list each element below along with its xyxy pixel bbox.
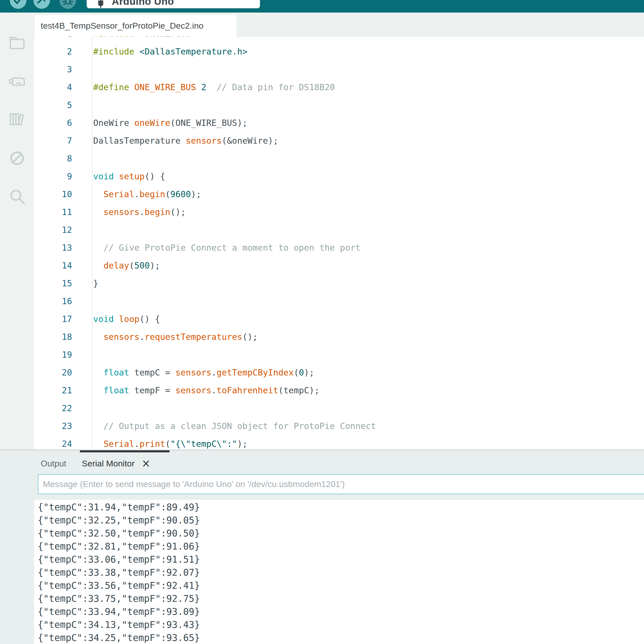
token-fn: sensors xyxy=(103,207,139,217)
serial-line: {"tempC":33.75,"tempF":92.75} xyxy=(34,592,644,605)
plug-icon xyxy=(96,0,105,8)
token-pln: ); xyxy=(150,260,160,271)
code-text xyxy=(72,346,93,364)
token-pre: #include xyxy=(93,46,134,57)
serial-line: {"tempC":33.56,"tempF":92.41} xyxy=(34,579,644,592)
toolbar: Arduino Uno xyxy=(0,0,644,13)
code-text: void loop() { xyxy=(72,310,160,328)
code-text: #define ONE_WIRE_BUS 2 // Data pin for D… xyxy=(72,78,335,96)
sidebar-item-debug[interactable] xyxy=(7,148,27,168)
token-pln: (); xyxy=(170,207,186,217)
code-line: 17void loop() { xyxy=(34,310,644,328)
serial-line: {"tempC":34.13,"tempF":93.43} xyxy=(34,618,644,631)
code-text: // Give ProtoPie Connect a moment to ope… xyxy=(72,239,360,257)
code-text: float tempF = sensors.toFahrenheit(tempC… xyxy=(72,382,319,399)
code-line: 10 Serial.begin(9600); xyxy=(34,185,644,203)
token-lit: "{\"tempC\":" xyxy=(170,439,237,449)
upload-button[interactable] xyxy=(33,0,50,9)
line-number: 10 xyxy=(34,185,72,203)
token-pln xyxy=(93,260,103,271)
tab-sketch-file[interactable]: test4B_TempSensor_forProtoPie_Dec2.ino xyxy=(35,15,236,36)
token-kw: float xyxy=(103,367,129,378)
token-pln: ( xyxy=(129,260,134,271)
code-text xyxy=(72,292,93,310)
line-number: 9 xyxy=(34,168,72,185)
board-selector-dropdown[interactable]: Arduino Uno xyxy=(87,0,260,8)
sidebar-item-sketchbook[interactable] xyxy=(7,32,27,52)
serial-line: {"tempC":32.81,"tempF":91.06} xyxy=(34,540,644,553)
line-number: 20 xyxy=(34,364,72,382)
code-text: #include <DallasTemperature.h> xyxy=(72,43,247,61)
arrow-right-icon xyxy=(36,0,47,6)
token-pln: . xyxy=(211,385,217,395)
token-pln: . xyxy=(211,367,217,378)
bug-icon xyxy=(62,0,74,6)
token-com: // Give ProtoPie Connect a moment to ope… xyxy=(103,243,361,253)
token-fn: requestTemperatures xyxy=(145,332,242,342)
code-text: } xyxy=(72,275,98,292)
token-pln: . xyxy=(134,189,139,199)
token-fn: toFahrenheit xyxy=(217,385,278,395)
serial-line: {"tempC":32.25,"tempF":90.05} xyxy=(34,514,644,527)
token-pln: () { xyxy=(139,314,160,324)
token-pln: (); xyxy=(242,332,258,342)
token-pln: ); xyxy=(237,439,247,449)
token-fn: begin xyxy=(145,207,170,217)
code-text: #include <OneWire.h> xyxy=(72,36,196,43)
sidebar-item-library-manager[interactable] xyxy=(7,109,27,129)
token-pln: DallasTemperature xyxy=(93,136,186,146)
line-number: 17 xyxy=(34,310,72,328)
token-pln: OneWire xyxy=(93,118,134,128)
token-pln: (ONE_WIRE_BUS); xyxy=(170,118,247,128)
token-fn: sensors xyxy=(103,332,139,342)
token-fn: getTempCByIndex xyxy=(217,367,294,378)
code-line: 16 xyxy=(34,292,644,310)
token-pln xyxy=(93,243,103,253)
line-number: 24 xyxy=(34,435,72,450)
code-line: 9void setup() { xyxy=(34,168,644,185)
verify-button[interactable] xyxy=(10,0,26,9)
sidebar-item-boards-manager[interactable] xyxy=(7,72,27,91)
close-icon[interactable]: × xyxy=(142,458,150,469)
token-kw: float xyxy=(103,385,129,395)
line-number: 5 xyxy=(34,96,72,114)
token-pln: ( xyxy=(294,367,299,378)
tab-output[interactable]: Output xyxy=(41,459,66,468)
token-pln xyxy=(129,82,134,92)
line-number: 15 xyxy=(34,275,72,292)
token-pln xyxy=(134,36,139,39)
line-number: 18 xyxy=(34,328,72,346)
code-line: 3 xyxy=(34,61,644,78)
code-text xyxy=(72,61,93,78)
token-fn: setup xyxy=(119,171,144,181)
token-pln: } xyxy=(93,278,98,288)
sidebar-item-search[interactable] xyxy=(7,187,27,206)
code-text: // Output as a clean JSON object for Pro… xyxy=(72,417,376,435)
token-pln xyxy=(134,46,139,57)
token-lit: 0 xyxy=(299,367,304,378)
line-number: 12 xyxy=(34,221,72,239)
line-number: 16 xyxy=(34,292,72,310)
code-text xyxy=(72,221,93,239)
token-fn: ONE_WIRE_BUS xyxy=(134,82,196,92)
token-fn: sensors xyxy=(186,136,222,146)
code-text: float tempC = sensors.getTempCByIndex(0)… xyxy=(72,364,314,382)
tab-serial-monitor[interactable]: Serial Monitor × xyxy=(82,458,150,469)
code-line: 7DallasTemperature sensors(&oneWire); xyxy=(34,132,644,150)
activity-sidebar xyxy=(0,13,34,450)
serial-line: {"tempC":31.94,"tempF":89.49} xyxy=(34,501,644,514)
serial-line: {"tempC":33.94,"tempF":93.09} xyxy=(34,605,644,618)
line-number: 2 xyxy=(34,43,72,61)
token-lit: 9600 xyxy=(170,189,191,199)
code-line: 12 xyxy=(34,221,644,239)
token-pln: () { xyxy=(145,171,165,181)
serial-line: {"tempC":33.06,"tempF":91.51} xyxy=(34,553,644,566)
serial-monitor-output[interactable]: {"tempC":31.94,"tempF":89.49}{"tempC":32… xyxy=(34,500,644,644)
serial-message-input[interactable] xyxy=(38,474,644,494)
token-pln xyxy=(93,207,103,217)
token-pln xyxy=(114,171,119,181)
token-pln: . xyxy=(139,207,144,217)
debug-button[interactable] xyxy=(60,0,76,9)
code-editor[interactable]: 1#include <OneWire.h>2#include <DallasTe… xyxy=(34,36,644,450)
token-kw: void xyxy=(93,171,114,181)
